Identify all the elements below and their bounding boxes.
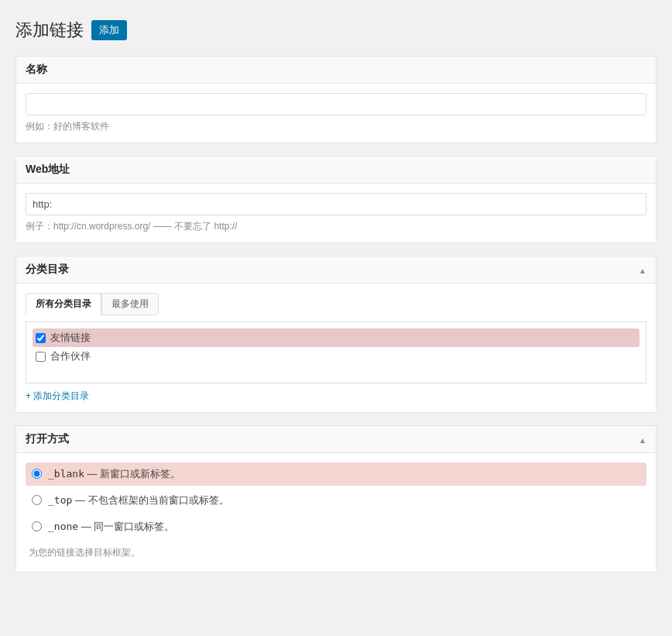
category-checkbox-friendship[interactable] [36, 333, 46, 343]
tab-most-used[interactable]: 最多使用 [101, 293, 159, 315]
radio-none-label[interactable]: _none — 同一窗口或标签。 [48, 520, 174, 534]
radio-option-blank: _blank — 新窗口或新标签。 [26, 462, 646, 486]
radio-option-top: _top — 不包含框架的当前窗口或标签。 [26, 489, 646, 512]
name-input[interactable] [26, 93, 646, 115]
category-section-body: 所有分类目录 最多使用 友情链接 合作伙伴 + 添加分类目录 [16, 284, 656, 412]
web-address-title: Web地址 [26, 163, 70, 177]
name-hint: 例如：好的博客软件 [26, 120, 646, 133]
category-section-title: 分类目录 [26, 263, 69, 277]
web-address-input[interactable] [26, 193, 646, 215]
page-title: 添加链接 [15, 19, 84, 42]
tab-all-categories[interactable]: 所有分类目录 [26, 293, 101, 315]
open-method-collapse-icon[interactable] [639, 434, 646, 445]
open-method-section: 打开方式 _blank — 新窗口或新标签。 _top — 不包含框架的当前窗口… [15, 425, 657, 572]
web-address-section-header: Web地址 [16, 156, 656, 184]
open-method-section-header: 打开方式 [16, 426, 656, 453]
category-section-header: 分类目录 [16, 256, 656, 284]
category-list: 友情链接 合作伙伴 [26, 321, 646, 383]
open-method-hint: 为您的链接选择目标框架。 [26, 546, 646, 559]
category-item-partner: 合作伙伴 [33, 347, 639, 366]
radio-top-label[interactable]: _top — 不包含框架的当前窗口或标签。 [48, 493, 229, 507]
web-address-body: 例子：http://cn.wordpress.org/ —— 不要忘了 http… [16, 184, 656, 242]
name-section: 名称 例如：好的博客软件 [15, 56, 657, 143]
category-label-friendship[interactable]: 友情链接 [50, 331, 91, 345]
category-checkbox-partner[interactable] [36, 352, 46, 362]
category-section: 分类目录 所有分类目录 最多使用 友情链接 合作伙伴 + 添加分类目录 [15, 256, 657, 413]
name-section-header: 名称 [16, 57, 656, 84]
name-section-title: 名称 [26, 63, 47, 77]
web-address-hint: 例子：http://cn.wordpress.org/ —— 不要忘了 http… [26, 220, 646, 233]
name-section-body: 例如：好的博客软件 [16, 84, 656, 143]
radio-top[interactable] [32, 495, 42, 505]
open-method-body: _blank — 新窗口或新标签。 _top — 不包含框架的当前窗口或标签。 … [16, 453, 656, 572]
radio-option-none: _none — 同一窗口或标签。 [26, 515, 646, 538]
add-category-link[interactable]: + 添加分类目录 [26, 390, 89, 403]
category-item-friendship: 友情链接 [33, 328, 639, 347]
category-tabs: 所有分类目录 最多使用 [26, 293, 646, 315]
radio-none[interactable] [32, 521, 42, 531]
page-title-row: 添加链接 添加 [15, 19, 657, 42]
radio-blank-label[interactable]: _blank — 新窗口或新标签。 [48, 467, 180, 481]
open-method-title: 打开方式 [26, 432, 69, 446]
radio-blank[interactable] [32, 469, 42, 479]
category-collapse-icon[interactable] [639, 264, 646, 276]
add-button[interactable]: 添加 [91, 20, 127, 40]
web-address-section: Web地址 例子：http://cn.wordpress.org/ —— 不要忘… [15, 156, 657, 243]
category-label-partner[interactable]: 合作伙伴 [50, 349, 91, 363]
